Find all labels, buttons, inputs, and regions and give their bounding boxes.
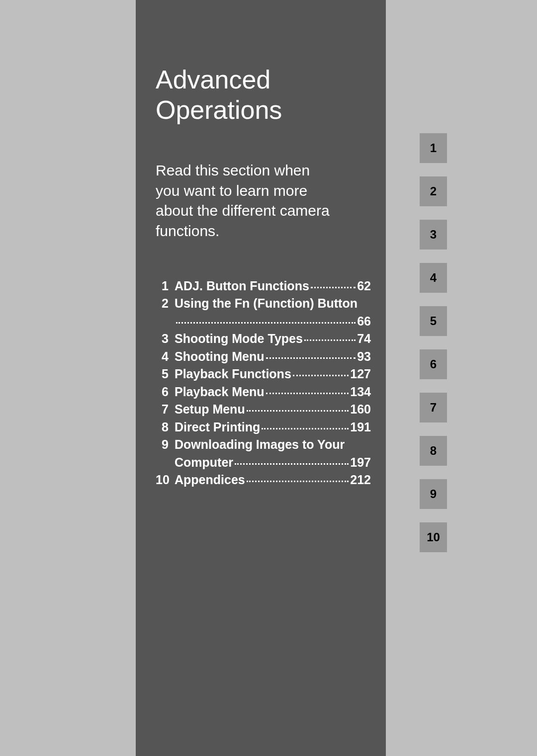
- toc-item-page: 160: [350, 401, 371, 419]
- chapter-tab-2[interactable]: 2: [420, 176, 447, 206]
- toc-item-label: Appendices: [175, 471, 245, 489]
- toc-item-page: 127: [350, 365, 371, 383]
- chapter-tab-3[interactable]: 3: [420, 220, 447, 250]
- table-of-contents: 1ADJ. Button Functions622Using the Fn (F…: [156, 277, 371, 489]
- toc-item-label: Shooting Mode Types: [175, 330, 303, 348]
- chapter-tab-4[interactable]: 4: [420, 263, 447, 293]
- toc-item-page: 74: [357, 330, 371, 348]
- toc-item-entry: Setup Menu160: [175, 401, 371, 419]
- chapter-tabs: 12345678910: [420, 133, 447, 566]
- content-panel: Advanced Operations Read this section wh…: [136, 0, 386, 756]
- toc-item-leader: [293, 375, 349, 376]
- toc-item-page: 212: [350, 471, 371, 489]
- toc-item[interactable]: 2Using the Fn (Function) Button: [156, 295, 371, 313]
- toc-item-entry: Playback Functions127: [175, 365, 371, 383]
- toc-item[interactable]: 6Playback Menu134: [156, 383, 371, 401]
- toc-item-label: Playback Menu: [175, 383, 265, 401]
- toc-item-entry: Direct Printing191: [175, 419, 371, 436]
- chapter-tab-6[interactable]: 6: [420, 349, 447, 379]
- chapter-tab-9[interactable]: 9: [420, 479, 447, 509]
- toc-item-page: 93: [357, 348, 371, 366]
- toc-item-number: 9: [156, 436, 175, 454]
- toc-item-label: Playback Functions: [175, 365, 291, 383]
- toc-item-continuation[interactable]: 66: [156, 313, 371, 331]
- toc-item-number: 10: [156, 471, 175, 489]
- toc-item-leader: [266, 393, 349, 394]
- toc-item-leader: [235, 463, 349, 465]
- toc-item-label: Using the Fn (Function) Button: [175, 295, 371, 313]
- toc-item-page: 66: [357, 313, 371, 331]
- toc-item-page: 134: [350, 383, 371, 401]
- toc-item-entry: Shooting Mode Types74: [175, 330, 371, 348]
- toc-item-leader: [311, 287, 356, 288]
- section-intro: Read this section when you want to learn…: [156, 161, 335, 242]
- title-line-2: Operations: [156, 95, 282, 124]
- toc-item-number: 7: [156, 401, 175, 419]
- chapter-tab-7[interactable]: 7: [420, 393, 447, 422]
- toc-item-number: 1: [156, 277, 175, 295]
- toc-item[interactable]: 9Downloading Images to Your: [156, 436, 371, 454]
- toc-item-page: 62: [357, 277, 371, 295]
- toc-item-number: 8: [156, 419, 175, 436]
- toc-item-continuation[interactable]: Computer197: [156, 454, 371, 472]
- toc-item-leader: [247, 481, 349, 482]
- toc-item-label: Direct Printing: [175, 419, 260, 436]
- toc-item-number: 2: [156, 295, 175, 313]
- toc-item-page: 191: [350, 419, 371, 436]
- toc-item-entry: Playback Menu134: [175, 383, 371, 401]
- toc-item-page: 197: [350, 454, 371, 472]
- toc-item[interactable]: 8Direct Printing191: [156, 419, 371, 436]
- toc-item[interactable]: 3Shooting Mode Types74: [156, 330, 371, 348]
- toc-item[interactable]: 5Playback Functions127: [156, 365, 371, 383]
- toc-item-label: Computer: [175, 454, 233, 472]
- chapter-tab-8[interactable]: 8: [420, 436, 447, 466]
- toc-item-entry: ADJ. Button Functions62: [175, 277, 371, 295]
- section-title: Advanced Operations: [156, 65, 371, 126]
- toc-item[interactable]: 4Shooting Menu93: [156, 348, 371, 366]
- toc-item[interactable]: 1ADJ. Button Functions62: [156, 277, 371, 295]
- toc-item-leader: [176, 322, 356, 324]
- toc-item-label: Downloading Images to Your: [175, 436, 371, 454]
- toc-item-leader: [247, 410, 349, 412]
- toc-item-label: ADJ. Button Functions: [175, 277, 309, 295]
- toc-item[interactable]: 10Appendices212: [156, 471, 371, 489]
- toc-item-number: 3: [156, 330, 175, 348]
- toc-item-entry: Appendices212: [175, 471, 371, 489]
- toc-item-leader: [266, 357, 356, 359]
- toc-item-label: Setup Menu: [175, 401, 245, 419]
- toc-item-leader: [262, 428, 349, 429]
- toc-item-number: 5: [156, 365, 175, 383]
- toc-item-number: 4: [156, 348, 175, 366]
- toc-item[interactable]: 7Setup Menu160: [156, 401, 371, 419]
- toc-item-label: Shooting Menu: [175, 348, 265, 366]
- chapter-tab-10[interactable]: 10: [420, 522, 447, 552]
- chapter-tab-1[interactable]: 1: [420, 133, 447, 163]
- title-line-1: Advanced: [156, 65, 270, 94]
- chapter-tab-5[interactable]: 5: [420, 306, 447, 336]
- toc-item-entry: Shooting Menu93: [175, 348, 371, 366]
- toc-item-leader: [304, 339, 356, 341]
- toc-item-number: 6: [156, 383, 175, 401]
